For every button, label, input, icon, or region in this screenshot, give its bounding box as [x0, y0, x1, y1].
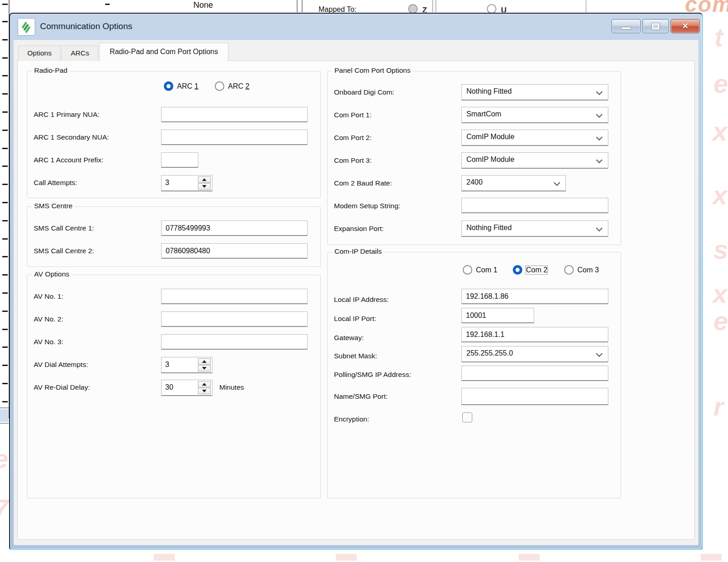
av-no2-input[interactable] [161, 311, 308, 327]
onboard-digi-com-select[interactable]: Nothing Fitted [461, 84, 608, 100]
expansion-port-select[interactable]: Nothing Fitted [461, 221, 608, 237]
arc1-primary-nua-label: ARC 1 Primary NUA: [34, 110, 100, 119]
tab-radio-pad-com-port[interactable]: Radio-Pad and Com Port Options [99, 43, 228, 61]
polling-smg-ip-input[interactable] [461, 366, 608, 381]
com-port3-select[interactable]: ComIP Module [461, 152, 608, 169]
spinner-up-button[interactable] [198, 381, 211, 387]
arc1-account-prefix-label: ARC 1 Account Prefix: [34, 156, 103, 164]
gateway-label: Gateway: [334, 334, 364, 342]
background-grid-dash [2, 383, 8, 384]
arc1-secondary-nua-label: ARC 1 Secondary NUA: [34, 133, 109, 141]
watermark-fragment [519, 554, 540, 561]
av-dial-attempts-spinner[interactable] [161, 357, 212, 373]
group-title: Radio-Pad [32, 66, 70, 75]
call-attempts-spinner[interactable] [161, 175, 212, 191]
chevron-down-icon [596, 111, 602, 118]
communication-options-dialog: Communication Options ✕ Options ARCs Rad… [9, 13, 703, 550]
av-dial-attempts-input[interactable] [162, 357, 193, 372]
minimize-icon [621, 27, 631, 30]
sms-centre1-input[interactable] [161, 221, 308, 236]
dialog-body: Options ARCs Radio-Pad and Com Port Opti… [14, 40, 698, 545]
titlebar[interactable]: Communication Options ✕ [10, 14, 702, 40]
av-redial-delay-spinner[interactable] [161, 380, 212, 396]
background-radio [408, 4, 418, 14]
watermark-fragment [154, 554, 175, 561]
arc1-primary-nua-input[interactable] [161, 107, 308, 122]
maximize-button[interactable] [642, 19, 669, 33]
sms-centre2-input[interactable] [161, 243, 308, 259]
radio-unselected-icon [215, 81, 224, 91]
background-radio-label: Z [422, 6, 427, 12]
local-ip-address-label: Local IP Address: [334, 296, 389, 304]
group-title: AV Options [32, 270, 71, 278]
maximize-icon [652, 23, 660, 30]
com1-radio-label: Com 1 [476, 266, 497, 274]
combo-value: SmartCom [466, 110, 501, 118]
com2-baud-rate-select[interactable]: 2400 [461, 175, 566, 191]
background-grid-dash [2, 93, 8, 95]
local-ip-address-input[interactable] [461, 289, 608, 304]
av-no1-input[interactable] [161, 289, 308, 304]
background-grid-dash [2, 365, 8, 366]
background-grid-dash [2, 274, 8, 276]
local-ip-port-label: Local IP Port: [334, 315, 376, 323]
arc1-radio[interactable]: ARC 1 [164, 81, 198, 91]
subnet-mask-select[interactable]: 255.255.255.0 [461, 346, 608, 362]
background-splitter [432, 0, 433, 12]
encryption-label: Encryption: [334, 415, 369, 423]
watermark-fragment [701, 554, 722, 561]
gateway-input[interactable] [461, 327, 608, 342]
com2-radio[interactable]: Com 2 [513, 265, 547, 275]
minimize-button[interactable] [612, 19, 641, 33]
modem-setup-string-input[interactable] [461, 198, 608, 213]
com-port2-select[interactable]: ComIP Module [461, 130, 608, 146]
av-redial-delay-input[interactable] [162, 380, 193, 395]
background-grid-dash [2, 21, 8, 22]
arc1-radio-label: ARC 1 [177, 82, 198, 90]
com-port1-select[interactable]: SmartCom [461, 107, 608, 123]
chevron-down-icon [596, 89, 602, 95]
encryption-checkbox[interactable] [462, 412, 472, 422]
spinner-up-button[interactable] [198, 176, 211, 183]
close-button[interactable]: ✕ [671, 19, 700, 33]
av-no3-input[interactable] [161, 334, 308, 350]
background-grid-dash [2, 292, 8, 294]
tab-arcs[interactable]: ARCs [61, 45, 98, 61]
arc1-secondary-nua-input[interactable] [161, 130, 308, 145]
combo-value: ComIP Module [466, 156, 515, 164]
spinner-down-button[interactable] [198, 365, 211, 371]
mapped-to-label: Mapped To: [318, 5, 356, 13]
com2-radio-label: Com 2 [526, 266, 547, 274]
name-smg-port-input[interactable] [461, 388, 608, 405]
radio-selected-icon [164, 81, 173, 91]
com-port1-label: Com Port 1: [334, 111, 372, 119]
modem-setup-string-label: Modem Setup String: [334, 202, 400, 210]
spinner-down-button[interactable] [198, 183, 211, 190]
background-grid-dash [2, 75, 8, 76]
com2-baud-rate-label: Com 2 Baud Rate: [334, 179, 392, 187]
arc2-radio-label: ARC 2 [228, 82, 249, 90]
com3-radio[interactable]: Com 3 [564, 265, 599, 275]
tab-options[interactable]: Options [18, 45, 61, 61]
spinner-down-button[interactable] [198, 388, 211, 394]
call-attempts-input[interactable] [162, 176, 193, 190]
arc1-account-prefix-input[interactable] [161, 152, 198, 168]
radio-unselected-icon [463, 265, 472, 275]
triangle-up-icon [202, 178, 207, 181]
sms-centre-group: SMS Centre SMS Call Centre 1: SMS Call C… [27, 206, 321, 267]
com3-radio-label: Com 3 [577, 266, 599, 274]
spinner-up-button[interactable] [198, 358, 211, 365]
radio-selected-icon [513, 265, 522, 275]
triangle-up-icon [202, 360, 207, 363]
window-title: Communication Options [40, 14, 132, 40]
app-logo-icon [18, 19, 35, 35]
onboard-digi-com-label: Onboard Digi Com: [334, 88, 394, 96]
background-grid-dash [2, 111, 8, 113]
local-ip-port-input[interactable] [461, 308, 534, 323]
background-window-frame [0, 409, 9, 422]
subnet-mask-label: Subnet Mask: [334, 352, 377, 360]
com1-radio[interactable]: Com 1 [463, 265, 497, 275]
background-grid-dash [2, 220, 8, 221]
arc2-radio[interactable]: ARC 2 [215, 81, 249, 91]
triangle-down-icon [202, 185, 207, 188]
